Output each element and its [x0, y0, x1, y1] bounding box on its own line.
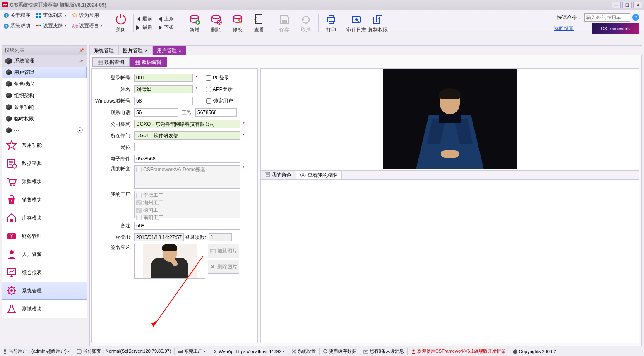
board-icon — [6, 267, 17, 278]
rtab-perm[interactable]: 查看我的权限 — [296, 171, 342, 179]
btn-print[interactable]: 打印 — [321, 13, 341, 33]
svg-rect-23 — [329, 15, 333, 18]
input-email[interactable] — [134, 155, 240, 163]
input-phone[interactable] — [134, 108, 178, 117]
tab-query[interactable]: 数据查询 — [92, 57, 130, 67]
svg-rect-21 — [282, 20, 287, 24]
document-tabs: 系统管理 图片管理✕ 用户管理✕ — [89, 45, 642, 55]
right-tabs: 我的角色 查看我的权限 — [261, 170, 639, 179]
house-icon — [6, 213, 17, 223]
maximize-button[interactable]: ☐ — [622, 2, 632, 8]
menu-about[interactable]: i 关于程序 — [3, 12, 30, 19]
windows-icon — [36, 12, 42, 18]
btn-perm[interactable]: 复制权限 — [368, 13, 388, 33]
btn-edit[interactable]: 修改 — [228, 13, 248, 33]
input-remark[interactable] — [134, 222, 240, 230]
list-factories[interactable]: 宁德工厂 湖州工厂 德国工厂 南阳工厂 — [134, 191, 240, 218]
btn-prev[interactable]: 上条 — [158, 15, 176, 22]
input-account[interactable] — [134, 74, 193, 82]
sidebar-item-role[interactable]: 角色/岗位 — [2, 78, 87, 90]
sidebar-item-more[interactable]: ⋯▾ — [2, 124, 87, 136]
btn-view[interactable]: 查看 — [249, 13, 269, 33]
big-dict[interactable]: 数据字典 — [2, 154, 87, 172]
tab-sysmgmt[interactable]: 系统管理 — [89, 46, 118, 55]
status-webapi[interactable]: WebApi:https://localhost:44392▾ — [212, 349, 284, 354]
big-purchase[interactable]: 采购模块 — [2, 172, 87, 191]
quick-input[interactable] — [584, 13, 630, 22]
svg-point-33 — [13, 184, 15, 186]
btn-del[interactable]: 删除 — [206, 13, 226, 33]
btn-first[interactable]: 最前 — [135, 15, 154, 22]
tab-imgmgmt[interactable]: 图片管理✕ — [118, 46, 152, 55]
close-icon[interactable]: ✕ — [178, 48, 182, 53]
collapse-icon: ≪ — [79, 59, 83, 63]
expand-icon[interactable]: ▾ — [77, 127, 83, 133]
sidebar-item-user[interactable]: 用户管理 — [2, 67, 87, 78]
chk-lock[interactable]: 锁定用户 — [206, 98, 233, 105]
list-accounts[interactable]: CSFrameworkV6-Demo账套 — [134, 165, 240, 189]
del-icon — [210, 13, 222, 26]
svg-rect-8 — [36, 25, 38, 26]
pin-icon[interactable]: 📌 — [79, 48, 84, 53]
rtab-role[interactable]: 我的角色 — [261, 171, 296, 179]
btn-audit[interactable]: 审计日志 — [346, 13, 366, 33]
btn-next[interactable]: 下条 — [158, 24, 176, 31]
cube-icon — [6, 93, 12, 98]
big-sales[interactable]: ¥销售模块 — [2, 191, 87, 209]
close-icon[interactable]: ✕ — [144, 48, 148, 53]
btn-del-image[interactable]: 删除图片 — [208, 260, 239, 274]
svg-point-38 — [10, 250, 14, 254]
sidebar-item-org[interactable]: 组织架构 — [2, 90, 87, 101]
input-dept[interactable] — [134, 131, 240, 140]
menu-windows[interactable]: 窗体列表 — [36, 12, 66, 19]
menu-help[interactable]: ? 系统帮助 — [3, 22, 30, 29]
status-syscfg[interactable]: 系统设置 — [291, 348, 316, 354]
big-test[interactable]: 测试模块 — [2, 300, 87, 318]
main-area: 系统管理 图片管理✕ 用户管理✕ 数据查询 数据编辑 登录帐号:* PC登录 姓… — [89, 45, 642, 346]
save-icon — [278, 13, 291, 26]
svg-rect-43 — [135, 60, 140, 65]
sidebar-item-menu[interactable]: 菜单功能 — [2, 101, 87, 113]
input-post[interactable] — [134, 143, 175, 151]
btn-load-image[interactable]: 加载图片 — [208, 244, 239, 258]
input-winacc[interactable] — [134, 97, 193, 105]
btn-add[interactable]: 新增 — [185, 13, 204, 33]
my-settings-link[interactable]: 我的设置 — [554, 25, 574, 32]
add-icon — [188, 13, 201, 26]
menu-skin[interactable]: 设置皮肤 — [36, 22, 66, 29]
input-workno[interactable] — [195, 108, 237, 117]
status-copy: Copyrights 2006-2 — [513, 349, 556, 354]
big-common[interactable]: 常用功能 — [2, 136, 87, 154]
svg-point-32 — [10, 184, 12, 186]
big-report[interactable]: 综合报表 — [2, 263, 87, 282]
big-finance[interactable]: ¥财务管理 — [2, 227, 87, 245]
btn-last[interactable]: 最后 — [135, 24, 154, 31]
cube-icon — [6, 81, 12, 87]
quick-help-icon[interactable]: ? — [632, 14, 639, 21]
big-stock[interactable]: 库存模块 — [2, 209, 87, 227]
tab-edit[interactable]: 数据编辑 — [130, 57, 167, 67]
status-refresh[interactable]: 更新缓存数据 — [323, 348, 356, 354]
close-window-button[interactable]: ✕ — [633, 2, 642, 8]
status-msg[interactable]: 您有0条未读消息 — [363, 348, 404, 354]
sidebar-item-tempperm[interactable]: 临时权限 — [2, 113, 87, 124]
chk-pc[interactable]: PC登录 — [206, 74, 230, 81]
input-name[interactable] — [134, 85, 193, 93]
status-user[interactable]: 当前用户：(admin-超级用户)▾ — [2, 348, 70, 354]
btn-save[interactable]: 保存 — [274, 13, 294, 33]
big-sysmgmt[interactable]: 系统管理 — [2, 282, 87, 300]
btn-cancel[interactable]: 取消 — [296, 13, 316, 33]
minimize-button[interactable]: — — [612, 2, 621, 8]
section-sysmgmt[interactable]: 系统管理 ≪ — [2, 55, 87, 67]
chk-app[interactable]: APP登录 — [206, 86, 233, 93]
cube-icon — [5, 58, 12, 65]
status-factory[interactable]: 东莞工厂▾ — [178, 348, 205, 354]
menu-default[interactable]: 设为常用 — [72, 12, 99, 19]
dict-icon — [6, 158, 17, 169]
input-company[interactable] — [134, 120, 240, 128]
menu-lang[interactable]: A文 设置语言 — [72, 22, 102, 29]
big-hr[interactable]: 人力资源 — [2, 245, 87, 263]
tab-usermgmt[interactable]: 用户管理✕ — [152, 46, 186, 55]
svg-rect-5 — [39, 16, 41, 18]
btn-close[interactable]: 关闭 — [111, 13, 131, 33]
